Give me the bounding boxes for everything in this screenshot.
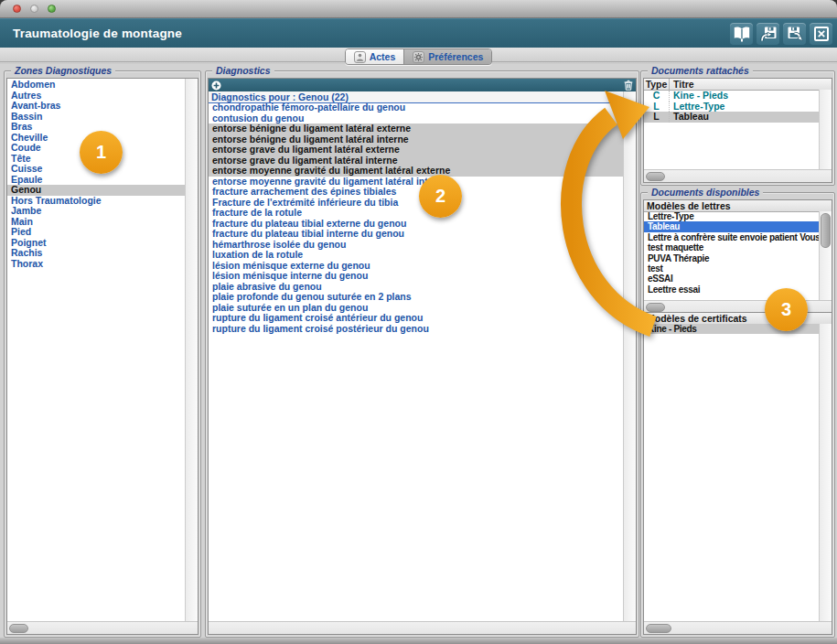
diagnostic-item[interactable]: lésion ménisque interne du genou — [209, 271, 624, 282]
document-title-cell: Tableau — [670, 112, 832, 123]
attached-document-row[interactable]: LLettre-Type — [644, 102, 832, 113]
tab-preferences[interactable]: Préférences — [403, 49, 491, 64]
attached-documents-table: Type Titre CKine - PiedsLLettre-TypeLTab… — [643, 78, 832, 183]
open-book-icon — [732, 25, 752, 43]
page-title: Traumatologie de montagne — [13, 27, 182, 40]
diagnostic-item[interactable]: fracture arrachement des épines tibiales — [209, 187, 624, 198]
letter-models-listbox: Modèles de lettres Lettre-TypeTableauLet… — [643, 199, 832, 314]
titlebar — [0, 0, 837, 18]
zone-item[interactable]: Abdomen — [7, 80, 186, 91]
letter-models-vscrollbar[interactable] — [819, 211, 832, 301]
window-zoom-button[interactable] — [48, 5, 56, 13]
document-type-cell: C — [644, 91, 670, 102]
zone-item[interactable]: Genou — [7, 185, 186, 196]
diagnostic-item[interactable]: rupture du ligament croisé antérieur du … — [209, 313, 624, 324]
letter-model-item[interactable]: PUVA Thérapie — [644, 253, 820, 263]
letter-model-item[interactable]: test — [644, 263, 820, 274]
zone-item[interactable]: Hors Traumatologie — [7, 196, 186, 207]
zone-item[interactable]: Pied — [7, 227, 186, 238]
letter-models-vscroll-thumb[interactable] — [821, 213, 831, 248]
column-header-type[interactable]: Type — [644, 79, 670, 90]
document-title-cell: Lettre-Type — [670, 102, 832, 113]
attached-documents-list: CKine - PiedsLLettre-TypeLTableau — [644, 91, 832, 123]
zones-vscrollbar[interactable] — [185, 79, 198, 622]
save-export-button[interactable] — [783, 23, 806, 45]
open-book-button[interactable] — [730, 23, 753, 45]
diagnostic-item[interactable]: entorse bénigne du ligament latéral exte… — [209, 123, 624, 134]
zone-item[interactable]: Main — [7, 217, 186, 228]
letter-model-item[interactable]: Lettre-Type — [644, 211, 820, 221]
diagnostic-item[interactable]: fracture de la rotule — [209, 208, 624, 219]
diagnostic-item[interactable]: entorse grave du ligament latéral intern… — [209, 156, 624, 166]
diagnostics-vscrollbar[interactable] — [623, 91, 636, 622]
diagnostic-item[interactable]: entorse moyenne gravité du ligament laté… — [209, 177, 624, 188]
zones-hscroll-thumb[interactable] — [9, 624, 28, 633]
plus-circle-icon — [211, 80, 221, 91]
letter-model-item[interactable]: test maquette — [644, 242, 820, 252]
attached-documents-group-label: Documents rattachés — [648, 65, 753, 76]
save-import-icon — [759, 25, 778, 43]
diagnostics-hscrollbar[interactable] — [209, 621, 636, 634]
diagnostic-item[interactable]: contusion du genou — [209, 113, 624, 124]
save-import-button[interactable] — [757, 23, 779, 45]
diagnostic-item[interactable]: Fracture de l'extrémité inférieure du ti… — [209, 198, 624, 209]
window-minimize-button[interactable] — [30, 5, 38, 13]
document-type-cell: L — [644, 102, 670, 113]
diagnostics-group: Diagnostics — [205, 70, 639, 638]
attached-documents-header: Type Titre — [644, 79, 832, 91]
zone-item[interactable]: Epaule — [7, 175, 186, 186]
letter-model-item[interactable]: eSSAI — [644, 274, 820, 284]
tab-segmented-control: Actes Préférences — [345, 48, 493, 65]
certificate-models-listbox: Modèles de certificats Kine - Pieds — [643, 312, 832, 635]
annotation-badge-1: 1 — [80, 131, 123, 174]
add-diagnostic-button[interactable] — [211, 80, 221, 91]
zone-item[interactable]: Jambe — [7, 206, 186, 217]
diagnostic-item[interactable]: lésion ménisque externe du genou — [209, 261, 624, 272]
attached-documents-hscrollbar[interactable] — [644, 169, 832, 182]
close-icon — [812, 25, 831, 43]
app-header: Traumatologie de montagne — [0, 18, 837, 48]
diagnostic-item[interactable]: hémarthrose isolée du genou — [209, 240, 624, 251]
zone-item[interactable]: Poignet — [7, 238, 186, 249]
certificate-models-hscrollbar[interactable] — [644, 621, 832, 634]
tab-actes[interactable]: Actes — [346, 49, 404, 64]
diagnostic-item[interactable]: plaie suturée en un plan du genou — [209, 303, 624, 314]
attached-documents-vscrollbar[interactable] — [819, 90, 832, 170]
diagnostics-listbox: Diagnostics pour : Genou (22) chondropat… — [208, 78, 637, 635]
letter-models-hscroll-thumb[interactable] — [646, 303, 665, 312]
diagnostic-item[interactable]: plaie abrasive du genou — [209, 282, 624, 293]
badge-3-number: 3 — [781, 299, 791, 320]
zone-item[interactable]: Avant-bras — [7, 101, 186, 112]
available-documents-group: Documents disponibles Modèles de lettres… — [640, 192, 835, 638]
available-documents-group-label: Documents disponibles — [648, 187, 763, 198]
zone-item[interactable]: Rachis — [7, 248, 186, 259]
diagnostic-item[interactable]: entorse moyenne gravité du ligament laté… — [209, 166, 624, 177]
diagnostic-item[interactable]: plaie profonde du genou suturée en 2 pla… — [209, 292, 624, 303]
diagnostic-item[interactable]: entorse grave du ligament latéral extern… — [209, 145, 624, 156]
attached-document-row[interactable]: CKine - Pieds — [644, 91, 832, 102]
app-window: Traumatologie de montagne — [0, 0, 837, 644]
letter-model-item[interactable]: Tableau — [644, 221, 820, 231]
zone-item[interactable]: Thorax — [7, 259, 186, 270]
diagnostic-item[interactable]: chondropathie fémoro-patellaire du genou — [209, 102, 624, 113]
delete-diagnostic-button[interactable] — [624, 80, 633, 91]
zones-hscrollbar[interactable] — [7, 621, 198, 634]
column-header-titre[interactable]: Titre — [670, 79, 832, 90]
diagnostic-item[interactable]: fracture du plateau tibial externe du ge… — [209, 219, 624, 230]
close-panel-button[interactable] — [810, 23, 832, 45]
attached-documents-hscroll-thumb[interactable] — [646, 172, 665, 181]
certificate-models-hscroll-thumb[interactable] — [646, 624, 671, 633]
diagnostic-item[interactable]: luxation de la rotule — [209, 250, 624, 261]
zone-item[interactable]: Autres — [7, 91, 186, 102]
diagnostic-item[interactable]: fracture du plateau tibial interne du ge… — [209, 229, 624, 240]
gear-icon — [413, 51, 424, 63]
attached-document-row[interactable]: LTableau — [644, 112, 832, 123]
annotation-badge-2: 2 — [419, 175, 462, 218]
letter-model-item[interactable]: Lettre à confrère suite envoie patient V… — [644, 232, 820, 242]
diagnostic-item[interactable]: entorse bénigne du ligament latéral inte… — [209, 134, 624, 145]
badge-2-number: 2 — [435, 186, 445, 207]
window-close-button[interactable] — [13, 5, 21, 13]
certificate-models-vscrollbar[interactable] — [819, 324, 832, 622]
diagnostic-item[interactable]: rupture du ligament croisé postérieur du… — [209, 324, 624, 335]
zone-item[interactable]: Bassin — [7, 112, 186, 123]
